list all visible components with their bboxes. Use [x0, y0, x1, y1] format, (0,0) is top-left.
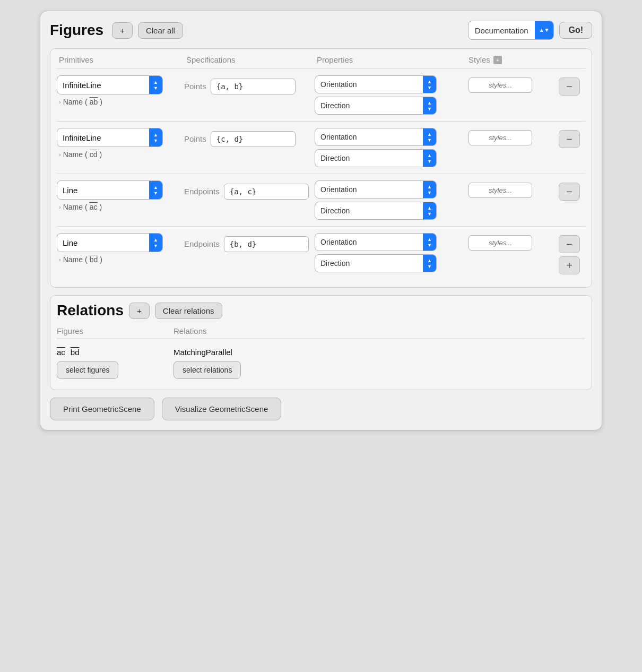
- documentation-arrow-icon[interactable]: ▲ ▼: [535, 21, 554, 39]
- styles-col-2: [469, 128, 553, 145]
- prop-direction-label-2: Direction: [315, 154, 423, 162]
- relation-figures-cell: ac bd select figures: [57, 348, 173, 379]
- primitive-arrow-icon-4[interactable]: ▲ ▼: [149, 234, 162, 252]
- remove-figure-button-1[interactable]: −: [559, 77, 580, 96]
- relations-title: Relations: [57, 302, 124, 319]
- add-figure-row-button[interactable]: +: [559, 256, 580, 274]
- main-panel: Figures + Clear all Documentation ▲ ▼ Go…: [40, 11, 602, 430]
- clear-all-button[interactable]: Clear all: [138, 22, 183, 39]
- styles-input-3[interactable]: [469, 183, 532, 198]
- select-relations-button[interactable]: select relations: [173, 361, 241, 379]
- spec-label-2: Points: [184, 131, 206, 143]
- remove-figure-button-4[interactable]: −: [559, 235, 580, 253]
- visualize-scene-button[interactable]: Visualize GeometricScene: [162, 398, 282, 420]
- styles-input-2[interactable]: [469, 130, 532, 145]
- prop-direction-select-1[interactable]: Direction ▲ ▼: [315, 97, 437, 115]
- figure-name-2: › Name (cd): [57, 150, 184, 159]
- spec-input-2[interactable]: [211, 131, 296, 147]
- figure-row-2: InfiniteLine ▲ ▼ › Name (cd) Points: [57, 121, 585, 174]
- figure-row: InfiniteLine ▲ ▼ › Name (ab) Points: [57, 68, 585, 121]
- prop-orientation-arrow-3[interactable]: ▲ ▼: [423, 181, 436, 198]
- spec-input-4[interactable]: [224, 236, 309, 252]
- spec-input-1[interactable]: [211, 79, 296, 94]
- primitive-col-4: Line ▲ ▼ › Name (bd): [57, 233, 184, 264]
- styles-input-1[interactable]: [469, 77, 532, 93]
- relation-type-value: MatchingParallel: [173, 348, 585, 357]
- relations-header: Relations + Clear relations: [57, 302, 585, 319]
- prop-direction-select-4[interactable]: Direction ▲ ▼: [315, 254, 437, 272]
- prop-direction-label-3: Direction: [315, 206, 423, 215]
- add-figure-button[interactable]: +: [112, 22, 133, 39]
- spec-col-4: Endpoints: [184, 233, 315, 252]
- primitive-col-3: Line ▲ ▼ › Name (ac): [57, 180, 184, 211]
- action-col-4: − +: [553, 233, 585, 274]
- prop-orientation-select-1[interactable]: Orientation ▲ ▼: [315, 75, 437, 93]
- primitive-arrow-icon-1[interactable]: ▲ ▼: [149, 76, 162, 94]
- prop-orientation-arrow-2[interactable]: ▲ ▼: [423, 128, 436, 145]
- prop-direction-arrow-1[interactable]: ▲ ▼: [423, 97, 436, 114]
- primitive-label-1: InfiniteLine: [57, 81, 149, 90]
- print-scene-button[interactable]: Print GeometricScene: [50, 398, 154, 420]
- action-col-2: −: [553, 128, 585, 148]
- remove-figure-button-2[interactable]: −: [559, 130, 580, 148]
- relations-section: Relations + Clear relations Figures Rela…: [50, 295, 592, 390]
- relations-table: Figures Relations ac bd select figures M…: [57, 326, 585, 383]
- go-button[interactable]: Go!: [559, 22, 592, 39]
- prop-orientation-arrow-4[interactable]: ▲ ▼: [423, 234, 436, 251]
- spec-col-3: Endpoints: [184, 180, 315, 200]
- chevron-right-icon-2: ›: [59, 151, 61, 158]
- figure-name-4: › Name (bd): [57, 255, 184, 264]
- prop-direction-label-1: Direction: [315, 101, 423, 110]
- primitive-label-4: Line: [57, 238, 149, 247]
- chevron-right-icon-3: ›: [59, 204, 61, 210]
- documentation-label: Documentation: [469, 26, 535, 35]
- figure-name-3: › Name (ac): [57, 203, 184, 211]
- styles-input-4[interactable]: [469, 235, 532, 251]
- primitive-select-1[interactable]: InfiniteLine ▲ ▼: [57, 75, 163, 94]
- rel-col-header-relations: Relations: [173, 326, 585, 335]
- header: Figures + Clear all Documentation ▲ ▼ Go…: [50, 21, 592, 40]
- prop-direction-select-2[interactable]: Direction ▲ ▼: [315, 149, 437, 167]
- figures-section: Primitives Specifications Properties Sty…: [50, 48, 592, 288]
- figure-row-3: Line ▲ ▼ › Name (ac) Endpoints Or: [57, 174, 585, 226]
- styles-col-1: [469, 75, 553, 93]
- remove-figure-button-3[interactable]: −: [559, 183, 580, 201]
- figure-ref-1: ac: [57, 348, 65, 357]
- spec-col-2: Points: [184, 128, 315, 147]
- rel-column-headers: Figures Relations: [57, 326, 585, 339]
- prop-orientation-select-2[interactable]: Orientation ▲ ▼: [315, 128, 437, 146]
- spec-input-3[interactable]: [224, 184, 309, 200]
- styles-col-4: [469, 233, 553, 251]
- chevron-right-icon-4: ›: [59, 256, 61, 263]
- primitive-arrow-icon-2[interactable]: ▲ ▼: [149, 128, 162, 147]
- col-header-properties: Properties: [315, 55, 469, 64]
- primitive-arrow-icon-3[interactable]: ▲ ▼: [149, 181, 162, 199]
- rel-col-header-figures: Figures: [57, 326, 173, 335]
- primitive-col-1: InfiniteLine ▲ ▼ › Name (ab): [57, 75, 184, 106]
- col-header-specifications: Specifications: [184, 55, 315, 64]
- prop-direction-arrow-2[interactable]: ▲ ▼: [423, 150, 436, 167]
- add-relation-button[interactable]: +: [129, 303, 150, 319]
- primitive-select-2[interactable]: InfiniteLine ▲ ▼: [57, 128, 163, 147]
- column-headers: Primitives Specifications Properties Sty…: [57, 55, 585, 68]
- props-col-2: Orientation ▲ ▼ Direction ▲ ▼: [315, 128, 469, 167]
- select-figures-button[interactable]: select figures: [57, 361, 118, 379]
- prop-orientation-arrow-1[interactable]: ▲ ▼: [423, 76, 436, 93]
- primitive-col-2: InfiniteLine ▲ ▼ › Name (cd): [57, 128, 184, 159]
- styles-plus-icon[interactable]: +: [493, 56, 502, 64]
- relation-relations-cell: MatchingParallel select relations: [173, 348, 585, 379]
- prop-orientation-label-4: Orientation: [315, 238, 423, 246]
- prop-direction-arrow-3[interactable]: ▲ ▼: [423, 202, 436, 219]
- documentation-select[interactable]: Documentation ▲ ▼: [468, 21, 554, 40]
- clear-relations-button[interactable]: Clear relations: [155, 303, 222, 319]
- prop-orientation-select-3[interactable]: Orientation ▲ ▼: [315, 180, 437, 199]
- prop-orientation-select-4[interactable]: Orientation ▲ ▼: [315, 233, 437, 251]
- prop-direction-arrow-4[interactable]: ▲ ▼: [423, 255, 436, 272]
- col-header-styles: Styles +: [469, 55, 553, 64]
- prop-direction-select-3[interactable]: Direction ▲ ▼: [315, 202, 437, 220]
- primitive-select-3[interactable]: Line ▲ ▼: [57, 180, 163, 200]
- prop-orientation-label-2: Orientation: [315, 133, 423, 141]
- prop-direction-label-4: Direction: [315, 259, 423, 268]
- primitive-select-4[interactable]: Line ▲ ▼: [57, 233, 163, 252]
- props-col-1: Orientation ▲ ▼ Direction ▲ ▼: [315, 75, 469, 115]
